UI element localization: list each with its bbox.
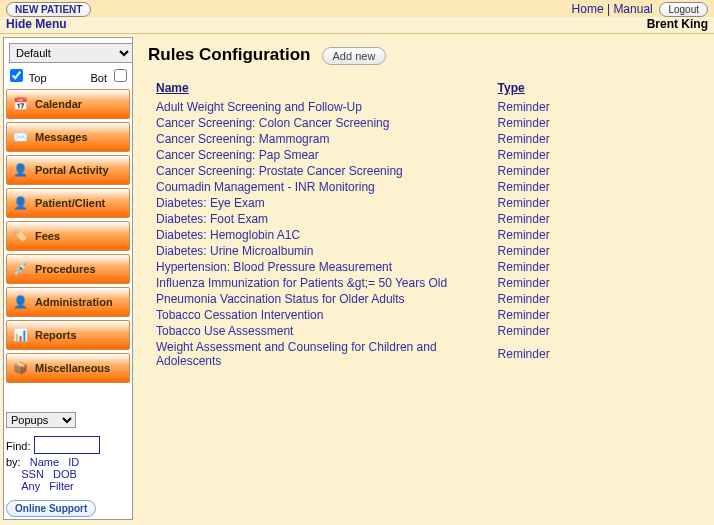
- bot-checkbox[interactable]: [114, 69, 127, 82]
- sidebar-item-patient-client[interactable]: 👤Patient/Client: [6, 188, 130, 218]
- miscellaneous-icon: 📦: [11, 359, 29, 377]
- table-row: Cancer Screening: Pap SmearReminder: [148, 147, 699, 163]
- rule-type: Reminder: [490, 131, 699, 147]
- logout-button[interactable]: Logout: [659, 2, 708, 17]
- sidebar-item-label: Messages: [35, 131, 88, 143]
- table-row: Cancer Screening: Prostate Cancer Screen…: [148, 163, 699, 179]
- rule-link[interactable]: Cancer Screening: Prostate Cancer Screen…: [156, 164, 403, 178]
- search-by-name[interactable]: Name: [30, 456, 59, 468]
- rule-link[interactable]: Diabetes: Urine Microalbumin: [156, 244, 313, 258]
- rule-link[interactable]: Cancer Screening: Pap Smear: [156, 148, 319, 162]
- main-panel: Rules Configuration Add new Name Type Ad…: [136, 37, 711, 520]
- rule-link[interactable]: Diabetes: Hemoglobin A1C: [156, 228, 300, 242]
- administration-icon: 👤: [11, 293, 29, 311]
- patient-client-icon: 👤: [11, 194, 29, 212]
- table-row: Diabetes: Foot ExamReminder: [148, 211, 699, 227]
- rule-link[interactable]: Influenza Immunization for Patients &gt;…: [156, 276, 447, 290]
- table-row: Weight Assessment and Counseling for Chi…: [148, 339, 699, 369]
- table-row: Coumadin Management - INR MonitoringRemi…: [148, 179, 699, 195]
- rule-link[interactable]: Diabetes: Eye Exam: [156, 196, 265, 210]
- top-checkbox[interactable]: [10, 69, 23, 82]
- top-checkbox-label[interactable]: Top: [6, 66, 47, 85]
- rule-link[interactable]: Coumadin Management - INR Monitoring: [156, 180, 375, 194]
- popups-select[interactable]: Popups: [6, 412, 76, 428]
- rule-type: Reminder: [490, 115, 699, 131]
- table-row: Pneumonia Vaccination Status for Older A…: [148, 291, 699, 307]
- search-by-ssn[interactable]: SSN: [21, 468, 44, 480]
- rule-link[interactable]: Cancer Screening: Mammogram: [156, 132, 329, 146]
- sidebar: Default Top Bot 📅Calendar✉️Messages👤Port…: [3, 37, 133, 520]
- sidebar-item-messages[interactable]: ✉️Messages: [6, 122, 130, 152]
- sidebar-item-portal-activity[interactable]: 👤Portal Activity: [6, 155, 130, 185]
- sidebar-item-administration[interactable]: 👤Administration: [6, 287, 130, 317]
- table-row: Cancer Screening: MammogramReminder: [148, 131, 699, 147]
- sidebar-item-procedures[interactable]: 💉Procedures: [6, 254, 130, 284]
- rule-type: Reminder: [490, 275, 699, 291]
- search-by-any[interactable]: Any: [21, 480, 40, 492]
- find-label: Find:: [6, 440, 30, 452]
- online-support-button[interactable]: Online Support: [6, 500, 96, 517]
- rule-link[interactable]: Tobacco Cessation Intervention: [156, 308, 323, 322]
- fees-icon: 🏷️: [11, 227, 29, 245]
- sidebar-item-label: Patient/Client: [35, 197, 105, 209]
- sidebar-item-reports[interactable]: 📊Reports: [6, 320, 130, 350]
- rule-link[interactable]: Hypertension: Blood Pressure Measurement: [156, 260, 392, 274]
- nav-list: 📅Calendar✉️Messages👤Portal Activity👤Pati…: [6, 89, 130, 383]
- table-row: Hypertension: Blood Pressure Measurement…: [148, 259, 699, 275]
- sidebar-item-label: Calendar: [35, 98, 82, 110]
- rule-type: Reminder: [490, 307, 699, 323]
- procedures-icon: 💉: [11, 260, 29, 278]
- messages-icon: ✉️: [11, 128, 29, 146]
- find-input[interactable]: [34, 436, 100, 454]
- rule-link[interactable]: Tobacco Use Assessment: [156, 324, 293, 338]
- sidebar-item-miscellaneous[interactable]: 📦Miscellaneous: [6, 353, 130, 383]
- calendar-icon: 📅: [11, 95, 29, 113]
- sidebar-item-label: Miscellaneous: [35, 362, 110, 374]
- portal-activity-icon: 👤: [11, 161, 29, 179]
- rule-type: Reminder: [490, 163, 699, 179]
- rule-link[interactable]: Weight Assessment and Counseling for Chi…: [156, 340, 437, 368]
- top-bar: NEW PATIENT Home | Manual Logout: [0, 0, 714, 17]
- table-row: Tobacco Cessation InterventionReminder: [148, 307, 699, 323]
- search-filter[interactable]: Filter: [49, 480, 73, 492]
- rule-link[interactable]: Pneumonia Vaccination Status for Older A…: [156, 292, 405, 306]
- col-header-type[interactable]: Type: [490, 79, 699, 99]
- rule-type: Reminder: [490, 291, 699, 307]
- sidebar-item-label: Procedures: [35, 263, 96, 275]
- sidebar-item-label: Portal Activity: [35, 164, 109, 176]
- rule-link[interactable]: Adult Weight Screening and Follow-Up: [156, 100, 362, 114]
- sidebar-item-calendar[interactable]: 📅Calendar: [6, 89, 130, 119]
- sidebar-item-label: Fees: [35, 230, 60, 242]
- second-bar: Hide Menu Brent King: [0, 17, 714, 34]
- table-row: Diabetes: Eye ExamReminder: [148, 195, 699, 211]
- col-header-name[interactable]: Name: [148, 79, 490, 99]
- rule-type: Reminder: [490, 243, 699, 259]
- home-link[interactable]: Home: [572, 2, 604, 16]
- sidebar-item-fees[interactable]: 🏷️Fees: [6, 221, 130, 251]
- rule-type: Reminder: [490, 179, 699, 195]
- table-row: Diabetes: Hemoglobin A1CReminder: [148, 227, 699, 243]
- reports-icon: 📊: [11, 326, 29, 344]
- add-new-button[interactable]: Add new: [322, 47, 387, 65]
- current-user-label: Brent King: [647, 17, 708, 31]
- bot-checkbox-label[interactable]: Bot: [90, 66, 130, 85]
- sidebar-item-label: Reports: [35, 329, 77, 341]
- rule-link[interactable]: Diabetes: Foot Exam: [156, 212, 268, 226]
- view-select[interactable]: Default: [9, 43, 133, 63]
- hide-menu-link[interactable]: Hide Menu: [6, 17, 67, 31]
- rules-table: Name Type Adult Weight Screening and Fol…: [148, 79, 699, 369]
- rule-type: Reminder: [490, 99, 699, 115]
- rule-type: Reminder: [490, 259, 699, 275]
- rule-type: Reminder: [490, 227, 699, 243]
- rule-link[interactable]: Cancer Screening: Colon Cancer Screening: [156, 116, 389, 130]
- rule-type: Reminder: [490, 147, 699, 163]
- table-row: Influenza Immunization for Patients &gt;…: [148, 275, 699, 291]
- table-row: Cancer Screening: Colon Cancer Screening…: [148, 115, 699, 131]
- manual-link[interactable]: Manual: [613, 2, 652, 16]
- search-by-id[interactable]: ID: [68, 456, 79, 468]
- table-row: Tobacco Use AssessmentReminder: [148, 323, 699, 339]
- search-by-dob[interactable]: DOB: [53, 468, 77, 480]
- rule-type: Reminder: [490, 211, 699, 227]
- table-row: Adult Weight Screening and Follow-UpRemi…: [148, 99, 699, 115]
- new-patient-button[interactable]: NEW PATIENT: [6, 2, 91, 17]
